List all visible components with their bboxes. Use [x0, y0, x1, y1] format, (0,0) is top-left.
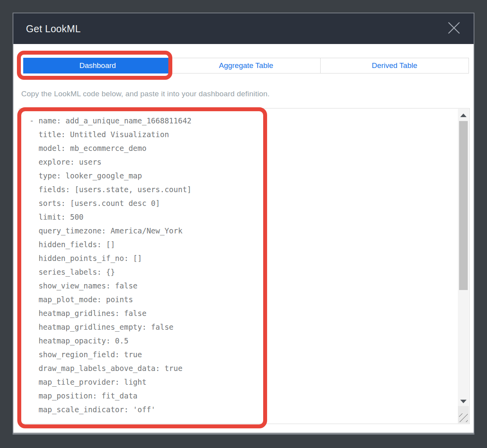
scrollbar-thumb[interactable]: [459, 121, 468, 290]
close-button[interactable]: [445, 20, 463, 37]
tab-derived-table[interactable]: Derived Table: [321, 58, 469, 73]
dialog-title: Get LookML: [26, 23, 81, 35]
textarea-resize-corner[interactable]: [458, 406, 469, 423]
dialog-header: Get LookML: [13, 13, 474, 44]
tab-bar: Dashboard Aggregate Table Derived Table: [23, 58, 469, 73]
scrollbar-down-arrow-icon[interactable]: [458, 396, 469, 407]
dialog-bottom-edge: [13, 433, 474, 434]
resize-grip-icon: [459, 413, 468, 422]
scrollbar-track[interactable]: [458, 109, 469, 407]
tab-aggregate-table[interactable]: Aggregate Table: [172, 58, 320, 73]
get-lookml-dialog: Get LookML Dashboard Aggregate Table Der…: [13, 13, 474, 435]
tab-dashboard[interactable]: Dashboard: [23, 58, 172, 73]
lookml-code-textarea[interactable]: - name: add_a_unique_name_1668811642 tit…: [19, 108, 470, 424]
scrollbar-up-arrow-icon[interactable]: [458, 110, 469, 121]
lookml-code-content: - name: add_a_unique_name_1668811642 tit…: [30, 114, 192, 417]
close-icon: [446, 20, 462, 37]
instruction-text: Copy the LookML code below, and paste it…: [21, 90, 270, 98]
